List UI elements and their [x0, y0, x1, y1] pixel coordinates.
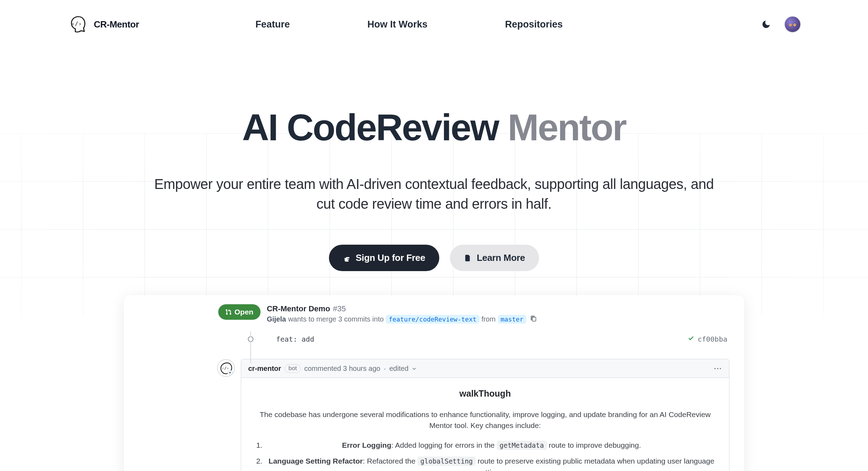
- code-inline: globalSetting: [417, 457, 476, 466]
- pr-header: Open CR-Mentor Demo #35 Gijela wants to …: [130, 301, 738, 329]
- pr-status-badge: Open: [218, 304, 261, 320]
- commit-message[interactable]: feat: add: [276, 335, 314, 343]
- brand-name: CR-Mentor: [94, 19, 139, 30]
- pr-meta-text: wants to merge 3 commits into: [288, 315, 384, 323]
- svg-text:‹/›: ‹/›: [222, 366, 229, 371]
- pr-meta-from: from: [482, 315, 496, 323]
- commit-row: feat: add cf00bba: [130, 329, 738, 350]
- code-inline: getMetadata: [497, 441, 547, 450]
- pr-title: CR-Mentor Demo: [267, 304, 330, 313]
- comment-heading: walkThough: [252, 387, 719, 400]
- hero-title-dark: AI CodeReview: [242, 106, 499, 148]
- theme-toggle-button[interactable]: [759, 17, 774, 32]
- pr-user[interactable]: Gijela: [267, 315, 286, 323]
- hero: AI CodeReview Mentor Empower your entire…: [0, 45, 868, 471]
- bot-badge: bot: [285, 364, 301, 373]
- pr-status-label: Open: [234, 308, 253, 316]
- git-pull-request-icon: [225, 309, 232, 315]
- point-right-icon: [343, 254, 351, 262]
- pr-number: #35: [333, 304, 346, 313]
- comment-author[interactable]: cr-mentor: [248, 365, 281, 373]
- document-icon: [464, 254, 472, 262]
- hero-title: AI CodeReview Mentor: [0, 109, 868, 146]
- moon-icon: [761, 19, 771, 29]
- comment-menu-icon[interactable]: ···: [714, 365, 722, 373]
- comment-box: cr-mentor bot commented 3 hours ago · ed…: [241, 359, 729, 471]
- learn-more-label: Learn More: [477, 252, 525, 263]
- svg-point-4: [229, 372, 231, 374]
- comment-edited: edited: [389, 365, 409, 373]
- avatar[interactable]: [784, 16, 801, 33]
- pr-meta: Gijela wants to merge 3 commits into fea…: [267, 315, 536, 324]
- nav-how-it-works[interactable]: How It Works: [367, 19, 428, 30]
- hero-title-muted: Mentor: [508, 106, 626, 148]
- comment-body: walkThough The codebase has undergone se…: [241, 378, 729, 471]
- nav-repositories[interactable]: Repositories: [505, 19, 563, 30]
- hero-subtitle: Empower your entire team with AI-driven …: [148, 174, 720, 214]
- logo-icon: ‹/›: [67, 14, 87, 35]
- signup-label: Sign Up for Free: [356, 252, 425, 263]
- header-actions: [759, 16, 801, 33]
- pr-title-row: CR-Mentor Demo #35: [267, 304, 536, 313]
- comment: ‹/› cr-mentor bot commented 3 hours ago …: [130, 350, 738, 471]
- comment-avatar[interactable]: ‹/›: [217, 359, 235, 377]
- learn-more-button[interactable]: Learn More: [450, 245, 539, 271]
- hero-ctas: Sign Up for Free Learn More: [0, 245, 868, 271]
- header: ‹/› CR-Mentor Feature How It Works Repos…: [0, 0, 868, 45]
- nav-feature[interactable]: Feature: [255, 19, 290, 30]
- signup-button[interactable]: Sign Up for Free: [329, 245, 439, 271]
- copy-icon[interactable]: [530, 315, 536, 323]
- list-item: Language Setting Refactor: Refactored th…: [264, 455, 719, 471]
- commit-hash[interactable]: cf00bba: [698, 335, 727, 343]
- chevron-down-icon[interactable]: [412, 365, 416, 373]
- branch-into[interactable]: feature/codeReview-text: [386, 315, 479, 324]
- logo[interactable]: ‹/› CR-Mentor: [67, 14, 139, 35]
- branch-from[interactable]: master: [498, 315, 526, 324]
- nav: Feature How It Works Repositories: [255, 19, 563, 30]
- comment-intro: The codebase has undergone several modif…: [252, 409, 719, 431]
- comment-time: commented 3 hours ago: [304, 365, 380, 373]
- svg-text:‹/›: ‹/›: [71, 20, 81, 27]
- demo-card: Open CR-Mentor Demo #35 Gijela wants to …: [124, 295, 744, 471]
- commit-node-icon: [248, 336, 253, 342]
- comment-header: cr-mentor bot commented 3 hours ago · ed…: [241, 359, 729, 378]
- comment-list: Error Logging: Added logging for errors …: [252, 440, 719, 471]
- list-item: Error Logging: Added logging for errors …: [264, 440, 719, 451]
- check-icon: [688, 335, 694, 343]
